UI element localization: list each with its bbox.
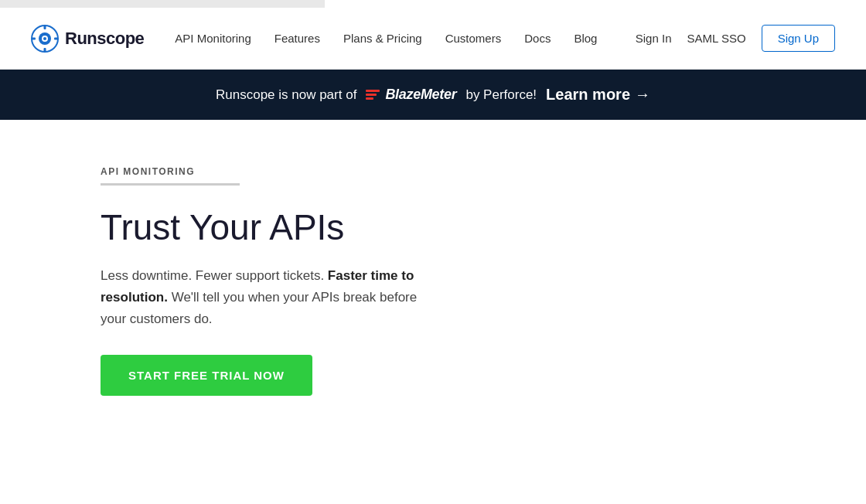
banner-post-text: by Perforce!	[465, 87, 537, 103]
section-divider	[101, 183, 240, 186]
svg-point-3	[43, 37, 46, 40]
nav-blog[interactable]: Blog	[574, 32, 597, 45]
navbar: Runscope API Monitoring Features Plans &…	[0, 8, 866, 70]
learn-more-link[interactable]: Learn more →	[546, 86, 650, 104]
stripe-2	[366, 94, 377, 96]
hero-section: API MONITORING Trust Your APIs Less down…	[0, 120, 866, 442]
blazemeter-name: BlazeMeter	[385, 87, 456, 103]
svg-rect-6	[32, 37, 36, 39]
sign-in-link[interactable]: Sign In	[636, 32, 672, 45]
banner-pre-text: Runscope is now part of	[216, 87, 356, 103]
announcement-banner: Runscope is now part of BlazeMeter by Pe…	[0, 70, 866, 120]
hero-description-prefix: Less downtime. Fewer support tickets.	[101, 268, 324, 283]
logo-icon	[31, 25, 59, 53]
learn-more-label: Learn more	[546, 86, 630, 104]
hero-title: Trust Your APIs	[101, 207, 765, 248]
nav-plans-pricing[interactable]: Plans & Pricing	[343, 32, 422, 45]
top-bar	[0, 0, 325, 8]
svg-rect-4	[44, 26, 46, 29]
nav-customers[interactable]: Customers	[445, 32, 502, 45]
blazemeter-logo: BlazeMeter	[366, 87, 456, 103]
blazemeter-stripes-icon	[366, 90, 380, 100]
nav-docs[interactable]: Docs	[524, 32, 551, 45]
nav-right: Sign In SAML SSO Sign Up	[636, 25, 835, 52]
nav-features[interactable]: Features	[274, 32, 320, 45]
svg-rect-7	[54, 37, 58, 39]
logo-link[interactable]: Runscope	[31, 25, 144, 53]
nav-links: API Monitoring Features Plans & Pricing …	[175, 32, 635, 45]
stripe-1	[366, 90, 380, 92]
svg-rect-5	[44, 48, 46, 52]
learn-more-arrow: →	[635, 86, 650, 104]
hero-description: Less downtime. Fewer support tickets. Fa…	[101, 265, 441, 330]
nav-api-monitoring[interactable]: API Monitoring	[175, 32, 251, 45]
stripe-3	[366, 97, 373, 100]
logo-text: Runscope	[65, 29, 144, 49]
saml-sso-link[interactable]: SAML SSO	[687, 32, 745, 45]
section-label: API MONITORING	[101, 166, 765, 177]
start-free-trial-button[interactable]: START FREE TRIAL NOW	[101, 355, 312, 396]
sign-up-button[interactable]: Sign Up	[762, 25, 835, 52]
